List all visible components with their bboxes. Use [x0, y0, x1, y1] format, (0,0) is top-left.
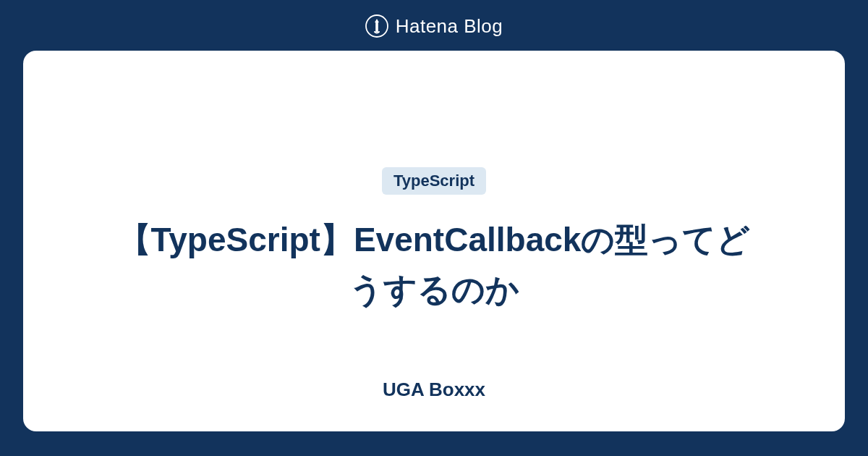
brand-name: Hatena Blog [396, 15, 503, 38]
hatena-logo-icon [365, 14, 388, 38]
category-tag: TypeScript [382, 167, 486, 195]
article-title: 【TypeScript】EventCallbackの型ってどうするのか [109, 215, 760, 315]
article-card: TypeScript 【TypeScript】EventCallbackの型って… [23, 51, 845, 431]
brand-header: Hatena Blog [365, 0, 503, 51]
svg-rect-1 [375, 22, 378, 32]
author-name: UGA Boxxx [383, 379, 485, 401]
